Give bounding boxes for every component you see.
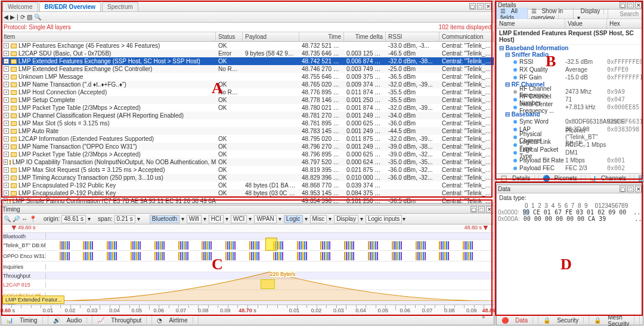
timing-lane[interactable]: L2CAP 815220 Byte/s bbox=[1, 279, 494, 290]
nav-fwd-icon[interactable]: ▶ bbox=[10, 14, 15, 20]
table-row[interactable]: +LMP Channel Classification Request (AFH… bbox=[1, 112, 494, 119]
subtab-counters[interactable]: 🔢 Counters bbox=[634, 175, 644, 182]
timing-lane[interactable]: Bluetooth bbox=[1, 233, 494, 240]
expand-icon[interactable]: + bbox=[4, 82, 9, 87]
filter-icon[interactable]: ▧ bbox=[27, 14, 32, 20]
expand-icon[interactable]: + bbox=[4, 183, 9, 188]
expand-icon[interactable]: + bbox=[4, 198, 8, 203]
detail-row[interactable]: Sync Word0x80DF66318A925CE0x80DF6631 bbox=[497, 118, 643, 125]
detail-row[interactable]: RX QualityAverage0xFFE0 bbox=[497, 66, 643, 73]
timing-close-icon[interactable]: ✕ bbox=[486, 206, 493, 213]
col-rssi[interactable]: RSSI bbox=[386, 32, 439, 41]
expand-icon[interactable]: + bbox=[4, 113, 9, 118]
data-float-icon[interactable]: ▢ bbox=[620, 186, 626, 192]
details-max-icon[interactable]: □ bbox=[627, 2, 634, 8]
expand-icon[interactable]: + bbox=[4, 43, 9, 48]
expand-icon[interactable]: + bbox=[4, 97, 9, 103]
timing-btn-hci[interactable]: HCI bbox=[209, 215, 224, 223]
table-row[interactable]: +LMP Max Slot (5 slots = 3.125 ms)48.781… bbox=[1, 119, 494, 127]
details-search[interactable]: Search bbox=[616, 11, 643, 17]
details-col-name[interactable]: Name bbox=[497, 19, 565, 28]
detail-row[interactable]: Payload FECFEC 2/30x002 bbox=[497, 164, 643, 172]
table-row[interactable]: +LMP IO Capability Transaction (NoInputN… bbox=[1, 158, 494, 166]
expand-icon[interactable]: + bbox=[4, 159, 8, 165]
col-status[interactable]: Status bbox=[216, 32, 243, 41]
data-tab-mesh[interactable]: 🔒 Mesh Security bbox=[589, 316, 640, 325]
table-row[interactable]: +LMP Encapsulated P-192 Public KeyOK48 b… bbox=[1, 189, 494, 197]
detail-row[interactable]: RSSI-32.5 dBm0xFFFFFFE0 bbox=[497, 58, 643, 66]
table-row[interactable]: +L2CAP SDU (Basic, Out - 0x7D5B)Error9 b… bbox=[1, 50, 494, 57]
expand-icon[interactable]: + bbox=[4, 105, 9, 110]
marker-a[interactable]: ⯆ 49.60 s bbox=[11, 224, 36, 230]
table-row[interactable]: +LMP Host Connection (Accepted)No Reque.… bbox=[1, 88, 494, 96]
table-row[interactable]: +LMP Max Slot Request (5 slots = 3.125 m… bbox=[1, 166, 494, 174]
expand-icon[interactable]: + bbox=[4, 167, 9, 173]
nav-back-icon[interactable]: ◀ bbox=[4, 14, 8, 20]
overview-float-icon[interactable]: ▢ bbox=[469, 3, 476, 10]
expand-icon[interactable]: + bbox=[4, 128, 9, 134]
table-row[interactable]: +LMP Encapsulated P-192 Public KeyOK48 b… bbox=[1, 182, 494, 189]
tab-welcome[interactable]: Welcome bbox=[2, 2, 38, 11]
timing-lane[interactable]: "Telink_BT" DB:6F:17:38... bbox=[1, 240, 494, 251]
table-row[interactable]: +LMP Timing Accuracy Transaction (250 pp… bbox=[1, 174, 494, 182]
expand-icon[interactable]: + bbox=[4, 152, 9, 157]
zoom-out-icon[interactable]: 🔎 bbox=[13, 216, 20, 222]
detail-row[interactable]: Logical Link TypeACL-C, 1 Mbps bbox=[497, 141, 643, 149]
detail-group[interactable]: ⊟ Baseband Information bbox=[497, 45, 643, 51]
timing-btn-wpan[interactable]: WPAN bbox=[254, 215, 276, 223]
data-close-icon[interactable]: ✕ bbox=[635, 186, 642, 192]
table-row[interactable]: +LMP Setup CompleteOK48.778 146 1250.001… bbox=[1, 96, 494, 104]
expand-icon[interactable]: + bbox=[4, 175, 9, 180]
table-row[interactable]: +LMP Name Transaction (".d ♦t..♦+FG..♦")… bbox=[1, 81, 494, 88]
data-max-icon[interactable]: □ bbox=[627, 186, 634, 192]
timing-float-icon[interactable]: ▢ bbox=[470, 206, 477, 213]
table-row[interactable]: +LMP Packet Type Table (2/3Mbps > Accept… bbox=[1, 104, 494, 112]
table-row[interactable]: +LMP Simple Pairing Confirmation (C7 E3 … bbox=[1, 197, 494, 203]
tab-bredr[interactable]: BR/EDR Overview bbox=[39, 2, 101, 11]
refresh-icon[interactable]: ⟳ bbox=[20, 14, 25, 20]
expand-icon[interactable]: + bbox=[4, 190, 9, 196]
expand-icon[interactable]: + bbox=[4, 66, 9, 72]
timing-ruler[interactable]: 49.60 s48.70 s48.80 s0.010.010.020.020.0… bbox=[1, 305, 494, 315]
details-close-icon[interactable]: ✕ bbox=[635, 2, 642, 8]
zoom-in-icon[interactable]: 🔍 bbox=[4, 216, 11, 222]
col-delta[interactable]: Time delta bbox=[344, 32, 386, 41]
timing-body[interactable]: Bluetooth"Telink_BT" DB:6F:17:38...OPPO … bbox=[1, 233, 494, 305]
detail-row[interactable]: Logical Packet TypeDM1 bbox=[497, 149, 643, 156]
detail-row[interactable]: RF Channel Frequency2473 Mhz0x9A9 bbox=[497, 88, 643, 96]
origin-value[interactable]: 48.61 s bbox=[61, 215, 86, 223]
timing-btn-wci[interactable]: WCI bbox=[231, 215, 247, 223]
timing-btn-misc[interactable]: Misc bbox=[310, 215, 327, 223]
detail-row[interactable]: Initial Center Frequency ...+7.813 kHz0x… bbox=[497, 103, 643, 111]
timing-btn-display[interactable]: Display bbox=[334, 215, 358, 223]
data-tab-data[interactable]: 🔴 Data bbox=[497, 316, 538, 325]
timing-btn-bluetooth[interactable]: Bluetooth bbox=[150, 215, 179, 223]
zoom-fit-icon[interactable]: ↔ bbox=[21, 216, 27, 222]
expand-icon[interactable]: + bbox=[4, 121, 9, 126]
footer-tab-timing[interactable]: 📊 Timing bbox=[1, 316, 48, 325]
tab-spectrum[interactable]: Spectrum bbox=[102, 2, 138, 11]
subtab-channels[interactable]: 📊 Channels bbox=[586, 175, 634, 182]
detail-group[interactable]: ⊟ Sniffer Radio bbox=[497, 51, 643, 58]
col-item[interactable]: Item bbox=[1, 32, 216, 41]
expand-icon[interactable]: + bbox=[4, 74, 9, 79]
details-float-icon[interactable]: ▢ bbox=[620, 2, 626, 8]
expand-icon[interactable]: + bbox=[4, 144, 9, 149]
expand-icon[interactable]: + bbox=[4, 59, 9, 64]
table-row[interactable]: +LMP Features Exchange (45 Features > 46… bbox=[1, 42, 494, 50]
footer-tab-throughput[interactable]: 📈 Throughput bbox=[92, 316, 152, 325]
overview-close-icon[interactable]: ✕ bbox=[485, 3, 491, 10]
col-time[interactable]: Time bbox=[299, 32, 344, 41]
footer-tab-airtime[interactable]: ◔ Airtime bbox=[152, 316, 198, 325]
search-icon[interactable]: 🔍 bbox=[34, 14, 41, 20]
detail-row[interactable]: Physical ChannelPiconet ("Telink_BT" DB:… bbox=[497, 133, 643, 141]
table-row[interactable]: +LMP Packet Type Table (2/3Mbps > Accept… bbox=[1, 150, 494, 158]
table-row[interactable]: +LMP Extended Features Exchange (SSP Hos… bbox=[1, 57, 494, 65]
timing-btn-logic[interactable]: Logic bbox=[284, 215, 303, 223]
timing-btn-logic inputs[interactable]: Logic inputs bbox=[366, 215, 402, 223]
table-row[interactable]: +LMP Extended Features Exchange (SC Cont… bbox=[1, 65, 494, 73]
data-tab-wpan[interactable]: 🔒 WPAN Security bbox=[640, 316, 644, 325]
expand-icon[interactable]: + bbox=[4, 51, 9, 56]
subtab-piconets[interactable]: 🔵 Piconets bbox=[539, 175, 586, 182]
hex-dump[interactable]: 0x0000: 99 CE 01 67 FE 03 01 02 09 00 ..… bbox=[497, 209, 643, 315]
